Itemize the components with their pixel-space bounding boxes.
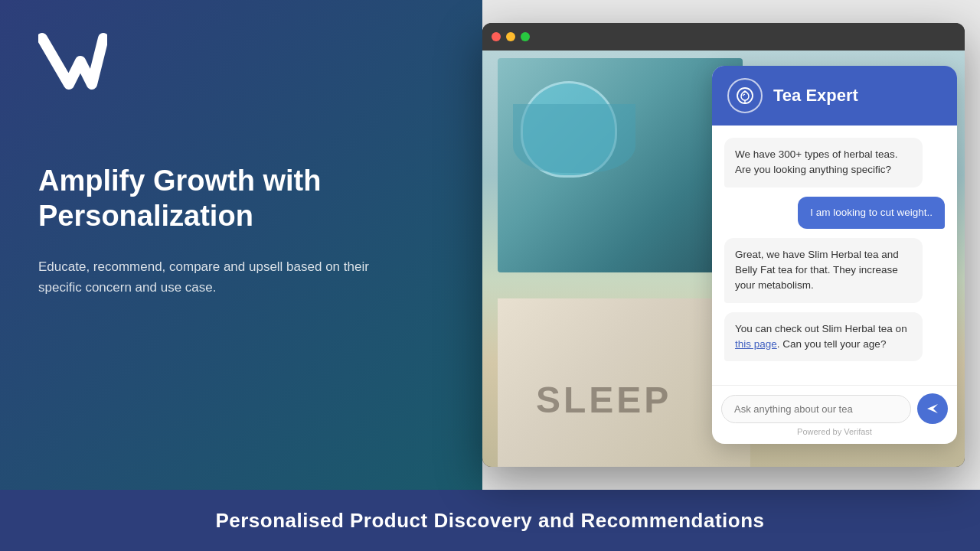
chat-input-row bbox=[721, 393, 948, 424]
chat-messages: We have 300+ types of herbal teas. Are y… bbox=[712, 126, 957, 385]
chat-message-bot-2-text: Great, we have Slim Herbal tea and Belly… bbox=[735, 247, 912, 294]
bottom-bar-text: Personalised Product Discovery and Recom… bbox=[215, 509, 764, 533]
chat-widget: Tea Expert We have 300+ types of herbal … bbox=[712, 66, 957, 444]
browser-bar bbox=[482, 23, 965, 51]
browser-dot-green[interactable] bbox=[521, 32, 530, 41]
chat-input-area: Powered by Verifast bbox=[712, 385, 957, 444]
chat-message-bot-1-text: We have 300+ types of herbal teas. Are y… bbox=[735, 147, 912, 178]
logo bbox=[38, 31, 444, 118]
browser-content: SLEEP bbox=[482, 51, 965, 467]
chat-message-bot-3: You can check out Slim Herbal tea on thi… bbox=[724, 312, 923, 362]
chat-powered-by: Powered by Verifast bbox=[721, 424, 948, 438]
browser-mockup: SLEEP bbox=[482, 23, 965, 467]
this-page-link[interactable]: this page bbox=[735, 338, 777, 350]
chat-message-bot-3-pre: You can check out Slim Herbal tea on bbox=[735, 323, 907, 334]
tea-leaf-icon bbox=[735, 86, 755, 106]
chat-input[interactable] bbox=[721, 395, 911, 423]
chat-header-title: Tea Expert bbox=[773, 86, 858, 106]
chat-message-bot-2: Great, we have Slim Herbal tea and Belly… bbox=[724, 238, 923, 303]
chat-message-bot-1: We have 300+ types of herbal teas. Are y… bbox=[724, 138, 923, 187]
sleep-label: SLEEP bbox=[536, 379, 671, 421]
bottom-bar: Personalised Product Discovery and Recom… bbox=[0, 490, 980, 551]
chat-message-user-1: I am looking to cut weight.. bbox=[798, 197, 945, 229]
chat-header: Tea Expert bbox=[712, 66, 957, 126]
left-content: Amplify Growth with Personalization Educ… bbox=[38, 164, 444, 298]
browser-dot-red[interactable] bbox=[492, 32, 501, 41]
right-panel: SLEEP bbox=[482, 0, 980, 490]
browser-dot-yellow[interactable] bbox=[506, 32, 515, 41]
chat-send-button[interactable] bbox=[917, 393, 948, 424]
headline: Amplify Growth with Personalization bbox=[38, 164, 444, 233]
chat-message-bot-3-post: . Can you tell your age? bbox=[777, 338, 887, 350]
tea-cup-image bbox=[498, 58, 743, 272]
subtext: Educate, recommend, compare and upsell b… bbox=[38, 256, 406, 298]
chat-message-bot-3-text: You can check out Slim Herbal tea on thi… bbox=[735, 321, 912, 353]
left-panel: Amplify Growth with Personalization Educ… bbox=[0, 0, 482, 490]
chat-header-icon bbox=[727, 78, 763, 113]
chat-message-user-1-text: I am looking to cut weight.. bbox=[810, 205, 933, 220]
send-icon bbox=[926, 402, 939, 416]
